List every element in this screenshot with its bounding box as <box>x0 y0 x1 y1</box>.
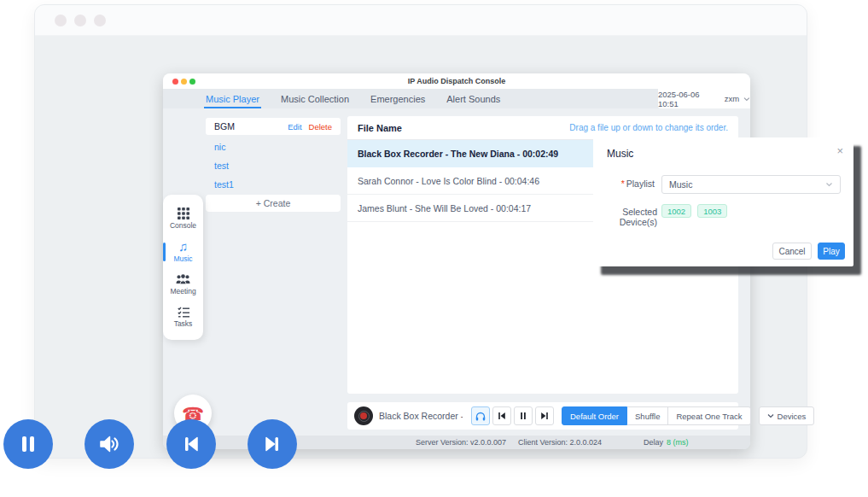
vinyl-record-icon <box>354 406 373 425</box>
app-title: IP Audio Dispatch Console <box>163 77 750 85</box>
screen: IP Audio Dispatch Console Music Player M… <box>0 0 868 497</box>
create-playlist-button[interactable]: + Create <box>206 195 341 212</box>
tab-emergencies[interactable]: Emergencies <box>370 89 425 108</box>
dialog-title: Music <box>607 148 633 160</box>
previous-track-button[interactable] <box>492 406 511 425</box>
user-menu[interactable]: 2025-06-06 10:51 zxm <box>658 89 750 108</box>
tab-music-collection[interactable]: Music Collection <box>281 89 349 108</box>
dialog-close-icon[interactable]: × <box>836 144 843 157</box>
order-repeat-one-button[interactable]: Repeat One Track <box>668 406 750 425</box>
devices-button[interactable]: Devices <box>759 406 815 425</box>
overlay-previous-button[interactable] <box>166 419 216 469</box>
playlist-name: BGM <box>214 121 235 132</box>
player-bar: Black Box Recorder - The ... <box>347 402 738 430</box>
client-version-text: Client Version: 2.0.0.024 <box>518 438 602 447</box>
datetime-text: 2025-06-06 10:51 <box>658 90 720 108</box>
playlist-delete-button[interactable]: Delete <box>309 122 332 132</box>
chevron-down-icon <box>825 182 833 187</box>
playlist-select-value: Music <box>669 179 692 190</box>
headphone-icon <box>475 412 486 421</box>
outer-close-button[interactable] <box>55 15 67 26</box>
playlist-item-test1[interactable]: test1 <box>206 176 341 193</box>
drag-hint-text: Drag a file up or down to change its ord… <box>569 123 728 132</box>
nav-label: Music <box>173 254 192 263</box>
play-button[interactable]: Play <box>818 243 845 260</box>
playlist-edit-button[interactable]: Edit <box>288 122 301 132</box>
skip-forward-icon <box>260 432 284 456</box>
nav-item-tasks[interactable]: Tasks <box>163 307 203 328</box>
device-tag[interactable]: 1002 <box>661 204 691 218</box>
outer-window-titlebar <box>35 5 807 36</box>
playlist-selected-row[interactable]: BGM Edit Delete <box>206 118 341 135</box>
required-asterisk: * <box>621 178 625 189</box>
skip-back-icon <box>179 432 203 456</box>
devices-label: Devices <box>778 412 807 421</box>
playlist-item-nic[interactable]: nic <box>206 138 341 155</box>
pause-icon <box>519 412 527 420</box>
nav-label: Console <box>170 221 196 230</box>
device-tag[interactable]: 1003 <box>697 204 727 218</box>
cancel-button[interactable]: Cancel <box>772 243 812 260</box>
music-dialog: Music × *Playlist Music Selected Device(… <box>593 137 853 266</box>
listen-button[interactable] <box>471 406 490 425</box>
nav-item-console[interactable]: Console <box>163 208 203 230</box>
next-track-icon <box>540 412 549 420</box>
now-playing-title: Black Box Recorder - The ... <box>379 411 463 421</box>
previous-track-icon <box>498 412 506 420</box>
overlay-next-button[interactable] <box>248 419 297 469</box>
username-text: zxm <box>725 94 739 103</box>
tasks-checklist-icon <box>178 307 189 318</box>
order-shuffle-button[interactable]: Shuffle <box>627 406 668 425</box>
pause-button[interactable] <box>514 406 533 425</box>
nav-label: Meeting <box>170 287 195 295</box>
selected-devices-label: Selected Device(s) <box>593 207 657 227</box>
delay-label: Delay <box>644 438 663 447</box>
pause-icon <box>16 432 40 456</box>
meeting-people-icon <box>176 274 190 285</box>
app-titlebar: IP Audio Dispatch Console <box>163 73 750 89</box>
tab-music-player[interactable]: Music Player <box>206 89 259 108</box>
playlist-select[interactable]: Music <box>661 175 841 194</box>
overlay-pause-button[interactable] <box>3 419 53 469</box>
chevron-down-icon <box>767 413 774 418</box>
outer-minimize-button[interactable] <box>74 15 86 26</box>
overlay-volume-button[interactable] <box>84 419 134 469</box>
file-list-header: File Name <box>358 123 402 133</box>
delay-value: 8 (ms) <box>667 438 689 447</box>
nav-item-music[interactable]: ♫ Music <box>163 241 203 263</box>
nav-label: Tasks <box>174 319 193 328</box>
next-track-button[interactable] <box>535 406 554 425</box>
order-default-button[interactable]: Default Order <box>562 406 627 425</box>
playlist-item-test[interactable]: test <box>206 157 341 174</box>
outer-zoom-button[interactable] <box>94 15 106 26</box>
music-note-icon: ♫ <box>178 241 188 253</box>
device-tag-list: 1002 1003 <box>661 204 727 218</box>
play-order-group: Default Order Shuffle Repeat One Track <box>562 406 751 425</box>
nav-item-meeting[interactable]: Meeting <box>163 274 203 295</box>
chevron-down-icon <box>743 96 750 102</box>
server-version-text: Server Version: v2.0.0.007 <box>416 438 506 447</box>
playlist-field-label: *Playlist <box>593 178 655 189</box>
nav-rail: Console ♫ Music Meeting <box>163 195 203 340</box>
volume-icon <box>97 432 121 456</box>
console-grid-icon <box>178 208 189 219</box>
tab-alert-sounds[interactable]: Alert Sounds <box>446 89 500 108</box>
